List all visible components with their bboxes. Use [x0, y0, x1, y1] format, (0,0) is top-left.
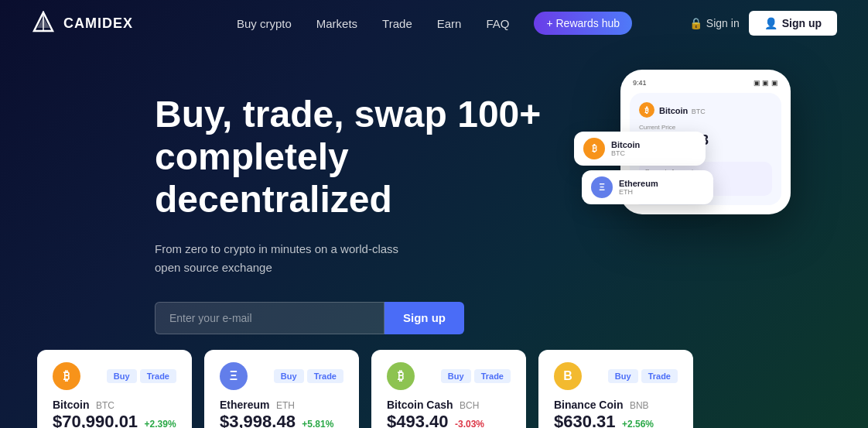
hero-title: Buy, trade, swap 100+ completely decentr… [155, 93, 542, 221]
coin-price: $70,990.01 [53, 412, 138, 428]
coin-buy-button[interactable]: Buy [274, 369, 304, 383]
coin-actions: Buy Trade [274, 369, 343, 383]
coin-name-row: Binance Coin BNB [554, 398, 678, 412]
coin-icon-bch: ₿ [387, 362, 415, 390]
coin-change: +2.56% [622, 419, 654, 428]
nav-markets[interactable]: Markets [316, 17, 357, 30]
rewards-hub-button[interactable]: + Rewards hub [534, 12, 632, 35]
coin-icon-btc: ₿ [53, 362, 80, 390]
coin-card-header: ₿ Buy Trade [387, 362, 511, 390]
nav-faq[interactable]: FAQ [486, 17, 509, 30]
float-card-ethereum: Ξ Ethereum ETH [582, 170, 713, 204]
coin-actions: Buy Trade [107, 369, 176, 383]
coin-trade-button[interactable]: Trade [140, 369, 176, 383]
btc-float-info: Bitcoin BTC [611, 140, 640, 157]
phone-coin-header: ₿ Bitcoin BTC [639, 102, 772, 118]
logo-icon [31, 11, 56, 36]
logo[interactable]: CAMIDEX [31, 11, 133, 36]
coin-name: Ethereum [220, 399, 270, 411]
coin-buy-button[interactable]: Buy [608, 369, 638, 383]
coin-card-bch: ₿ Buy Trade Bitcoin Cash BCH $493.40 -3.… [371, 350, 526, 428]
signup-button[interactable]: 👤 Sign up [749, 11, 837, 36]
nav-trade[interactable]: Trade [382, 17, 412, 30]
coin-change: -3.03% [455, 419, 484, 428]
coin-buy-button[interactable]: Buy [107, 369, 137, 383]
signup-icon: 👤 [764, 17, 777, 29]
coin-actions: Buy Trade [608, 369, 678, 383]
coin-name: Binance Coin [554, 399, 623, 411]
eth-float-icon: Ξ [591, 176, 613, 198]
coin-name-row: Ethereum ETH [220, 398, 343, 412]
user-icon: 🔒 [689, 17, 702, 29]
phone-status-bar: 9:41 ▣ ▣ ▣ [630, 79, 781, 87]
coin-buy-button[interactable]: Buy [441, 369, 471, 383]
coin-actions: Buy Trade [441, 369, 511, 383]
coin-price-row: $3,998.48 +5.81% [220, 412, 343, 428]
coin-price: $630.31 [554, 412, 616, 428]
coin-trade-button[interactable]: Trade [474, 369, 511, 383]
nav-actions: 🔒 Sign in 👤 Sign up [689, 11, 837, 36]
phone-btc-icon: ₿ [639, 102, 654, 118]
btc-float-icon: ₿ [583, 138, 605, 159]
coin-price: $3,998.48 [220, 412, 296, 428]
coin-trade-button[interactable]: Trade [641, 369, 678, 383]
hero-signup-button[interactable]: Sign up [384, 302, 464, 334]
coin-icon-eth: Ξ [220, 362, 248, 390]
signin-button[interactable]: 🔒 Sign in [689, 17, 740, 29]
coin-symbol: ETH [276, 400, 295, 411]
coin-price-row: $70,990.01 +2.39% [53, 412, 176, 428]
coin-cards-section: ₿ Buy Trade Bitcoin BTC $70,990.01 +2.39… [0, 350, 868, 428]
coin-price-row: $493.40 -3.03% [387, 412, 511, 428]
float-card-bitcoin: ₿ Bitcoin BTC [574, 132, 706, 166]
nav-earn[interactable]: Earn [437, 17, 462, 30]
coin-symbol: BCH [460, 400, 479, 411]
coin-name-row: Bitcoin BTC [53, 398, 176, 412]
hero-form: Sign up [155, 302, 464, 334]
eth-float-info: Ethereum ETH [619, 179, 658, 196]
nav-links: Buy crypto Markets Trade Earn FAQ + Rewa… [179, 12, 689, 35]
navbar: CAMIDEX Buy crypto Markets Trade Earn FA… [0, 0, 868, 46]
coin-price-row: $630.31 +2.56% [554, 412, 678, 428]
coin-change: +2.39% [145, 419, 176, 428]
coin-card-header: ₿ Buy Trade [53, 362, 176, 390]
coin-price: $493.40 [387, 412, 449, 428]
coin-symbol: BNB [630, 400, 649, 411]
hero-section: Buy, trade, swap 100+ completely decentr… [0, 46, 868, 334]
nav-buy-crypto[interactable]: Buy crypto [237, 17, 292, 30]
coin-symbol: BTC [96, 400, 114, 411]
coin-name-row: Bitcoin Cash BCH [387, 398, 511, 412]
coin-trade-button[interactable]: Trade [307, 369, 343, 383]
coin-name: Bitcoin [53, 399, 89, 411]
email-input[interactable] [155, 302, 384, 334]
hero-content: Buy, trade, swap 100+ completely decentr… [155, 77, 543, 334]
coin-card-eth: Ξ Buy Trade Ethereum ETH $3,998.48 +5.81… [204, 350, 359, 428]
hero-subtitle: From zero to crypto in minutes on a worl… [155, 240, 402, 277]
coin-card-header: B Buy Trade [554, 362, 678, 390]
coin-name: Bitcoin Cash [387, 399, 453, 411]
coin-card-btc: ₿ Buy Trade Bitcoin BTC $70,990.01 +2.39… [37, 350, 192, 428]
coin-card-header: Ξ Buy Trade [220, 362, 343, 390]
coin-card-bnb: B Buy Trade Binance Coin BNB $630.31 +2.… [538, 350, 693, 428]
brand-name: CAMIDEX [63, 15, 133, 32]
coin-icon-bnb: B [554, 362, 582, 390]
phone-mockup: ₿ Bitcoin BTC Ξ Ethereum ETH 9:41 ▣ ▣ ▣ … [574, 70, 837, 214]
coin-change: +5.81% [302, 419, 333, 428]
